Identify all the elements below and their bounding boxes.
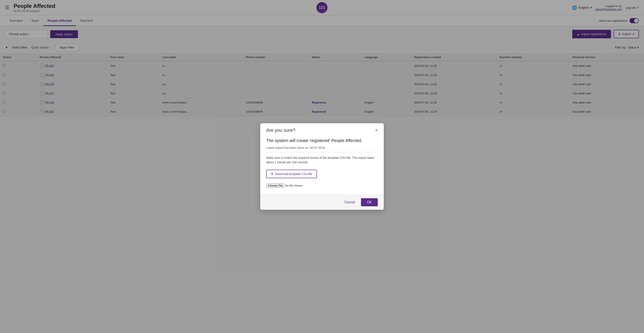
modal-overlay: Are you sure? × The system will create '… xyxy=(0,0,644,116)
